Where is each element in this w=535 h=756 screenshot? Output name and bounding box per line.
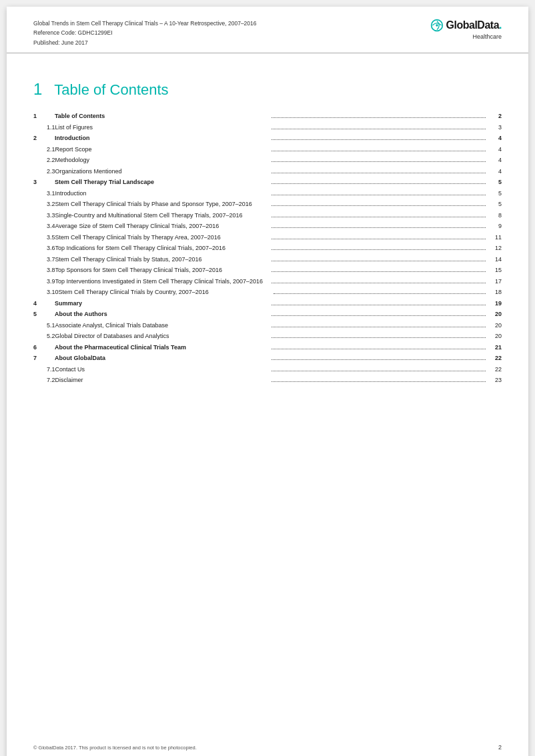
section-heading: Table of Contents [54,81,168,99]
toc-item-number: 3.4 [33,222,55,231]
toc-item-page: 23 [488,376,502,385]
toc-item-title: Average Size of Stem Cell Therapy Clinic… [55,222,270,231]
toc-dots [272,129,486,129]
toc-row: 3.1Introduction5 [33,189,502,199]
toc-item-title: Methodology [55,156,270,165]
toc-item-number: 3.3 [33,211,55,221]
toc-dots [272,173,486,173]
toc-row: 7.2Disclaimer23 [33,376,502,385]
toc-row: 3.6Top Indications for Stem Cell Therapy… [33,244,502,253]
logo: GlobalData. [430,19,502,32]
toc-item-number: 4 [33,299,55,309]
toc-item-number: 2.2 [33,156,55,165]
copyright-text: © GlobalData 2017. This product is licen… [33,745,197,751]
toc-item-number: 7.2 [33,376,55,385]
page-footer: © GlobalData 2017. This product is licen… [33,744,502,751]
toc-item-title: Associate Analyst, Clinical Trials Datab… [55,321,270,331]
globaldata-logo-icon [430,19,444,32]
toc-item-number: 5 [33,310,55,319]
toc-item-title: About the Pharmaceutical Clinical Trials… [55,343,269,353]
toc-item-page: 22 [488,354,502,363]
header: Global Trends in Stem Cell Therapy Clini… [7,7,528,53]
toc-item-page: 4 [488,134,502,143]
toc-item-number: 2.1 [33,145,55,155]
toc-row: 1.1List of Figures3 [33,123,502,133]
toc-dots [272,117,486,118]
toc-item-page: 17 [488,277,502,287]
toc-row: 1Table of Contents2 [33,112,502,121]
toc-item-title: Top Indications for Stem Cell Therapy Cl… [55,244,270,253]
toc-item-title: List of Figures [55,123,270,133]
toc-item-number: 3.8 [33,266,55,275]
toc-dots [272,151,486,151]
toc-item-number: 3.2 [33,200,55,209]
toc-item-page: 4 [488,167,502,177]
document-title: Global Trends in Stem Cell Therapy Clini… [33,19,257,28]
toc-item-number: 3.1 [33,189,55,199]
toc-item-title: Summary [55,299,269,309]
toc-row: 3.2Stem Cell Therapy Clinical Trials by … [33,200,502,209]
toc-row: 3.9Top Interventions Investigated in Ste… [33,277,502,287]
toc-item-title: Organizations Mentioned [55,167,270,177]
toc-dots [272,283,486,283]
toc-item-number: 2.3 [33,167,55,177]
page: Global Trends in Stem Cell Therapy Clini… [7,7,528,756]
toc-row: 3Stem Cell Therapy Trial Landscape5 [33,178,502,187]
section-number: 1 [33,80,42,99]
toc-item-title: Stem Cell Therapy Trial Landscape [55,178,269,187]
toc-item-title: Introduction [55,134,269,143]
published-date: Published: June 2017 [33,38,257,47]
toc-item-page: 12 [488,244,502,253]
toc-item-page: 5 [488,200,502,209]
toc-dots [272,239,486,239]
toc-row: 3.4Average Size of Stem Cell Therapy Cli… [33,222,502,231]
toc-dots [272,227,486,228]
toc-row: 5.2Global Director of Databases and Anal… [33,332,502,341]
toc-item-page: 4 [488,145,502,155]
toc-dots [272,217,486,217]
toc-item-title: Top Sponsors for Stem Cell Therapy Clini… [55,266,270,275]
toc-item-page: 5 [488,189,502,199]
toc-dots [272,349,486,349]
toc-item-title: Stem Cell Therapy Clinical Trials by Sta… [55,255,270,265]
toc-item-page: 3 [488,123,502,133]
toc-dots [272,337,486,338]
toc-dots [272,315,486,316]
toc-dots [272,359,486,360]
toc-row: 2Introduction4 [33,134,502,143]
toc-dots [272,327,486,327]
page-number: 2 [498,744,502,751]
toc-item-title: Contact Us [55,365,270,375]
toc-dots [272,249,486,250]
toc-row: 3.3Single-Country and Multinational Stem… [33,211,502,221]
header-left: Global Trends in Stem Cell Therapy Clini… [33,19,257,47]
toc-dots [272,371,486,371]
logo-period: . [499,19,502,31]
toc-row: 3.8Top Sponsors for Stem Cell Therapy Cl… [33,266,502,275]
logo-wordmark: GlobalData. [446,19,502,31]
toc-dots [272,271,486,272]
toc-item-page: 9 [488,222,502,231]
category-label: Healthcare [472,33,502,40]
toc-dots [272,305,486,305]
toc-item-number: 3.9 [33,277,55,287]
toc-dots [272,381,486,382]
toc-item-page: 4 [488,156,502,165]
toc-item-page: 20 [488,332,502,341]
toc-item-number: 7.1 [33,365,55,375]
reference-code: Reference Code: GDHC1299EI [33,28,257,37]
logo-name: GlobalData [446,19,499,31]
toc-dots [272,183,486,184]
content: 1 Table of Contents 1Table of Contents21… [7,53,528,414]
toc-row: 6About the Pharmaceutical Clinical Trial… [33,343,502,353]
toc-row: 3.7Stem Cell Therapy Clinical Trials by … [33,255,502,265]
toc-dots [272,205,486,206]
toc-row: 2.1Report Scope4 [33,145,502,155]
toc-item-title: Stem Cell Therapy Clinical Trials by The… [55,233,270,243]
toc-item-page: 15 [488,266,502,275]
toc-item-title: Report Scope [55,145,270,155]
page-section-title: 1 Table of Contents [33,80,502,99]
toc-item-title: Stem Cell Therapy Clinical Trials by Cou… [59,288,271,297]
toc-row: 4Summary19 [33,299,502,309]
svg-point-1 [436,24,438,26]
